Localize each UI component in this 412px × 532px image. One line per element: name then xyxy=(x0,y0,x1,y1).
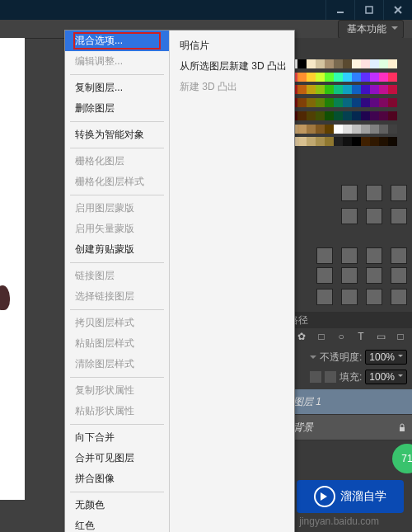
swatch[interactable] xyxy=(370,125,379,134)
menu-item-flatten[interactable]: 拼合图像 xyxy=(65,468,169,489)
menu-item-del[interactable]: 删除图层 xyxy=(65,98,169,119)
swatch[interactable] xyxy=(316,111,325,120)
swatch[interactable] xyxy=(379,137,388,146)
panel-icon[interactable] xyxy=(341,185,358,201)
swatch[interactable] xyxy=(297,85,307,94)
swatch[interactable] xyxy=(297,73,307,82)
menu-item-nocolor[interactable]: 无颜色 xyxy=(65,495,169,516)
swatch[interactable] xyxy=(379,98,388,107)
blend-mode-dropdown[interactable] xyxy=(310,355,316,362)
swatch[interactable] xyxy=(343,137,352,146)
swatch[interactable] xyxy=(325,98,334,107)
panel-icon[interactable] xyxy=(391,289,407,305)
swatch[interactable] xyxy=(361,98,370,107)
panel-icon[interactable] xyxy=(366,185,382,201)
opacity-value[interactable]: 100% xyxy=(365,350,407,365)
swatch[interactable] xyxy=(316,85,325,94)
swatch[interactable] xyxy=(307,137,316,146)
swatch[interactable] xyxy=(297,125,307,134)
swatch[interactable] xyxy=(316,73,325,82)
swatch[interactable] xyxy=(379,73,388,82)
swatch[interactable] xyxy=(352,137,361,146)
menu-item-mergedown[interactable]: 向下合并 xyxy=(65,427,169,448)
filter-icon[interactable]: □ xyxy=(394,330,407,343)
swatch[interactable] xyxy=(343,98,352,107)
lock-icon[interactable] xyxy=(325,371,336,383)
panel-icon[interactable] xyxy=(341,247,358,264)
menu-item-smart[interactable]: 转换为智能对象 xyxy=(65,125,169,145)
swatch[interactable] xyxy=(343,73,352,82)
swatch[interactable] xyxy=(334,98,343,107)
swatch[interactable] xyxy=(352,98,361,107)
swatch[interactable] xyxy=(307,125,316,134)
swatch[interactable] xyxy=(352,111,361,120)
close-button[interactable] xyxy=(383,0,412,20)
swatch[interactable] xyxy=(370,111,379,120)
swatch[interactable] xyxy=(370,137,379,146)
swatch[interactable] xyxy=(370,73,379,82)
swatch[interactable] xyxy=(343,59,352,68)
swatch[interactable] xyxy=(334,59,343,68)
swatch[interactable] xyxy=(343,85,352,94)
swatch[interactable] xyxy=(388,85,397,94)
panel-icon[interactable] xyxy=(391,208,407,224)
panel-icon[interactable] xyxy=(341,267,358,284)
swatch[interactable] xyxy=(352,125,361,134)
swatch[interactable] xyxy=(361,111,370,120)
panel-icon[interactable] xyxy=(316,267,333,284)
swatch[interactable] xyxy=(352,59,361,68)
panel-icon[interactable] xyxy=(341,208,358,224)
panel-icon[interactable] xyxy=(366,208,382,224)
swatch[interactable] xyxy=(316,125,325,134)
swatch[interactable] xyxy=(307,111,316,120)
swatch[interactable] xyxy=(370,59,379,68)
swatch[interactable] xyxy=(379,125,388,134)
swatch[interactable] xyxy=(388,73,397,82)
swatch[interactable] xyxy=(388,98,397,107)
swatch[interactable] xyxy=(388,137,397,146)
swatch[interactable] xyxy=(388,125,397,134)
swatch[interactable] xyxy=(352,73,361,82)
swatch[interactable] xyxy=(297,98,307,107)
layer-item[interactable]: 图层 1 xyxy=(288,389,412,415)
swatches-panel[interactable] xyxy=(288,59,404,150)
menu-item-dup[interactable]: 复制图层... xyxy=(65,78,169,98)
menu-item-clip[interactable]: 创建剪贴蒙版 xyxy=(65,239,169,260)
filter-icon[interactable]: ▭ xyxy=(374,330,387,343)
swatch[interactable] xyxy=(334,73,343,82)
fill-value[interactable]: 100% xyxy=(365,370,407,384)
swatch[interactable] xyxy=(361,73,370,82)
swatch[interactable] xyxy=(325,73,334,82)
swatch[interactable] xyxy=(388,111,397,120)
swatch[interactable] xyxy=(316,98,325,107)
panel-icon[interactable] xyxy=(366,247,382,264)
swatch[interactable] xyxy=(325,125,334,134)
panel-icon[interactable] xyxy=(366,267,382,284)
swatch[interactable] xyxy=(343,125,352,134)
swatch[interactable] xyxy=(325,59,334,68)
swatch[interactable] xyxy=(361,59,370,68)
maximize-button[interactable] xyxy=(354,0,383,20)
swatch[interactable] xyxy=(379,59,388,68)
swatch[interactable] xyxy=(297,59,307,68)
swatch[interactable] xyxy=(325,137,334,146)
swatch[interactable] xyxy=(379,111,388,120)
lock-icon[interactable] xyxy=(310,371,321,383)
filter-icon[interactable]: □ xyxy=(315,330,328,343)
swatch[interactable] xyxy=(316,59,325,68)
filter-icon[interactable]: T xyxy=(354,330,368,343)
swatch[interactable] xyxy=(361,85,370,94)
minimize-button[interactable] xyxy=(325,0,354,20)
swatch[interactable] xyxy=(352,85,361,94)
menu-item-extrude[interactable]: 从所选图层新建 3D 凸出 xyxy=(170,56,293,77)
panel-icon[interactable] xyxy=(391,247,407,264)
swatch[interactable] xyxy=(334,111,343,120)
swatch[interactable] xyxy=(325,85,334,94)
swatch[interactable] xyxy=(370,98,379,107)
swatch[interactable] xyxy=(307,73,316,82)
menu-item-postcard[interactable]: 明信片 xyxy=(170,35,293,56)
filter-icon[interactable]: ✿ xyxy=(295,330,308,343)
swatch[interactable] xyxy=(316,137,325,146)
swatch[interactable] xyxy=(334,125,343,134)
swatch[interactable] xyxy=(334,85,343,94)
